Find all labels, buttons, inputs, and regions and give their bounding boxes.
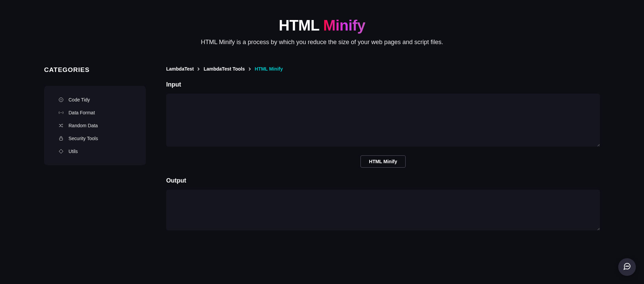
main-content: LambdaTest LambdaTest Tools HTML Minify …	[166, 66, 600, 232]
breadcrumb-link-tools[interactable]: LambdaTest Tools	[203, 66, 245, 72]
svg-rect-2	[59, 138, 62, 140]
action-row: HTML Minify	[166, 155, 600, 168]
random-data-icon	[58, 123, 64, 128]
security-icon	[58, 136, 64, 141]
chevron-right-icon	[248, 68, 251, 71]
chat-widget-button[interactable]	[618, 258, 636, 276]
svg-point-4	[627, 266, 628, 267]
breadcrumb-current: HTML Minify	[255, 66, 283, 72]
output-textarea[interactable]	[166, 190, 600, 230]
sidebar-item-label: Utils	[69, 149, 78, 154]
output-label: Output	[166, 177, 600, 184]
sidebar-heading: CATEGORIES	[44, 66, 146, 74]
svg-point-3	[626, 266, 626, 267]
minify-button[interactable]: HTML Minify	[360, 155, 406, 168]
page-title: HTML Minify	[7, 17, 637, 34]
breadcrumb-link-lambdatest[interactable]: LambdaTest	[166, 66, 194, 72]
sidebar-item-utils[interactable]: Utils	[44, 145, 146, 158]
sidebar-item-code-tidy[interactable]: Code Tidy	[44, 93, 146, 106]
hero-section: HTML Minify HTML Minify is a process by …	[0, 0, 644, 66]
sidebar-item-label: Code Tidy	[69, 97, 90, 102]
sidebar-item-random-data[interactable]: Random Data	[44, 119, 146, 132]
chevron-right-icon	[197, 68, 200, 71]
sidebar-panel: Code Tidy Data Format Random Data	[44, 86, 146, 165]
chat-icon	[623, 262, 631, 272]
input-label: Input	[166, 81, 600, 88]
utils-icon	[58, 149, 64, 154]
title-part-2: Minify	[323, 17, 365, 34]
data-format-icon	[58, 110, 64, 115]
sidebar-item-label: Security Tools	[69, 136, 98, 141]
svg-point-1	[61, 112, 61, 113]
svg-point-5	[628, 266, 629, 267]
title-part-1: HTML	[279, 17, 323, 34]
sidebar-item-label: Data Format	[69, 110, 95, 115]
page-subtitle: HTML Minify is a process by which you re…	[7, 39, 637, 46]
sidebar-item-security-tools[interactable]: Security Tools	[44, 132, 146, 145]
breadcrumb: LambdaTest LambdaTest Tools HTML Minify	[166, 66, 600, 72]
sidebar: CATEGORIES Code Tidy Data Format	[44, 66, 146, 232]
input-textarea[interactable]	[166, 94, 600, 147]
sidebar-item-data-format[interactable]: Data Format	[44, 106, 146, 119]
code-tidy-icon	[58, 97, 64, 102]
sidebar-item-label: Random Data	[69, 123, 98, 128]
